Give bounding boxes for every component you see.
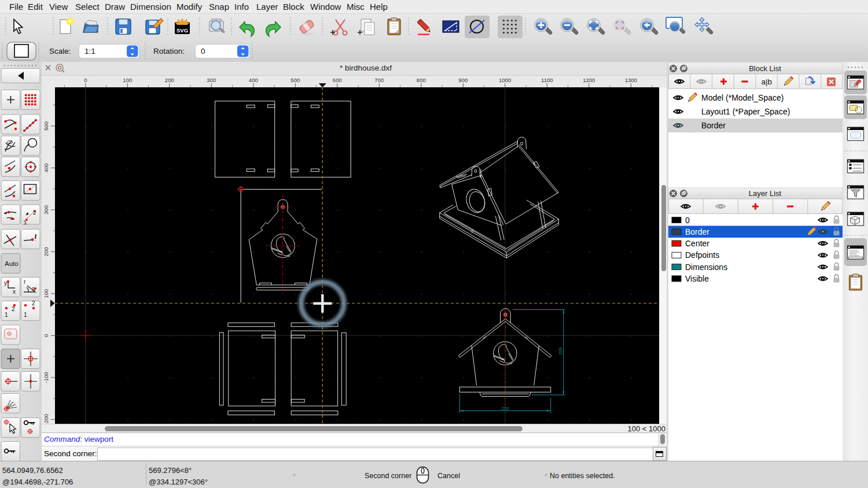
svg-text:200: 200: [165, 77, 174, 83]
svg-text:0: 0: [201, 47, 205, 56]
svg-text:100: 100: [123, 77, 132, 83]
svg-text:Layout1 (*Paper_Space): Layout1 (*Paper_Space): [701, 107, 790, 116]
svg-text:209: 209: [558, 347, 563, 355]
svg-text:Model (*Model_Space): Model (*Model_Space): [701, 93, 784, 102]
svg-text:1:1: 1:1: [84, 47, 95, 56]
svg-text:300: 300: [207, 77, 216, 83]
svg-text:400: 400: [43, 163, 49, 172]
svg-text:Border: Border: [701, 121, 726, 130]
svg-text:Block List: Block List: [749, 64, 781, 73]
svg-text:-200: -200: [43, 414, 49, 424]
svg-text:0: 0: [685, 216, 690, 225]
svg-text:220: 220: [502, 406, 509, 411]
svg-text:Auto: Auto: [5, 260, 19, 267]
svg-text:300: 300: [43, 205, 49, 215]
svg-text:Dimensions: Dimensions: [685, 263, 727, 272]
svg-text:Defpoints: Defpoints: [685, 250, 719, 260]
svg-text:2: 2: [12, 306, 15, 312]
svg-text:500: 500: [43, 121, 49, 131]
svg-text:700: 700: [374, 77, 384, 83]
svg-text:Scale:: Scale:: [49, 47, 71, 56]
svg-text:100: 100: [43, 289, 49, 298]
svg-text:y: y: [4, 280, 7, 286]
svg-text:SVG: SVG: [176, 27, 188, 34]
svg-text:1: 1: [5, 312, 8, 318]
svg-text:1: 1: [24, 219, 27, 225]
svg-text:Visible: Visible: [685, 274, 709, 283]
svg-text:* birdhouse.dxf: * birdhouse.dxf: [340, 64, 392, 72]
svg-text:600: 600: [333, 77, 342, 83]
svg-text:a|b: a|b: [762, 77, 773, 86]
svg-text:2: 2: [32, 300, 35, 306]
svg-text:Layer List: Layer List: [749, 189, 782, 198]
svg-text:500: 500: [290, 77, 300, 83]
svg-text:Center: Center: [685, 239, 709, 248]
svg-text:Rotation:: Rotation:: [153, 47, 185, 56]
svg-text:2: 2: [33, 209, 36, 216]
svg-text:1: 1: [24, 312, 27, 318]
svg-text:900: 900: [458, 77, 468, 83]
svg-text:200: 200: [43, 247, 49, 256]
svg-text:800: 800: [417, 77, 426, 83]
svg-text:1200: 1200: [583, 77, 595, 83]
svg-text:1100: 1100: [541, 77, 553, 83]
svg-text:400: 400: [249, 77, 258, 83]
svg-text:-100: -100: [43, 372, 49, 383]
svg-text:1300: 1300: [625, 77, 637, 83]
svg-text:x: x: [13, 289, 16, 295]
svg-text:1000: 1000: [499, 77, 511, 83]
svg-text:0: 0: [43, 334, 49, 337]
svg-text:Border: Border: [685, 227, 709, 236]
svg-text:0: 0: [84, 77, 87, 83]
